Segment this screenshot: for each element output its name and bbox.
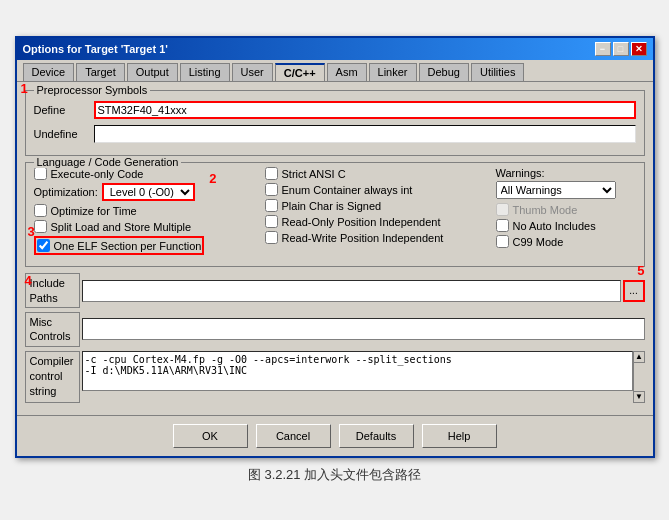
close-button[interactable]: ✕ <box>631 42 647 56</box>
title-bar-buttons: − □ ✕ <box>595 42 647 56</box>
define-input[interactable] <box>94 101 636 119</box>
split-load-label: Split Load and Store Multiple <box>51 221 192 233</box>
tab-listing[interactable]: Listing <box>180 63 230 81</box>
bottom-buttons: OK Cancel Defaults Help <box>17 415 653 456</box>
preprocessor-group: Preprocessor Symbols 1 Define Undefine <box>25 90 645 156</box>
warnings-select[interactable]: All Warnings No Warnings Unspecified <box>496 181 616 199</box>
help-button[interactable]: Help <box>422 424 497 448</box>
strict-ansi-checkbox[interactable] <box>265 167 278 180</box>
execute-only-label: Execute-only Code <box>51 168 144 180</box>
optimization-row: Optimization: Level 0 (-O0) Level 1 (-O1… <box>34 183 257 201</box>
thumb-mode-checkbox[interactable] <box>496 203 509 216</box>
ok-button[interactable]: OK <box>173 424 248 448</box>
split-load-row: Split Load and Store Multiple <box>34 220 257 233</box>
compiler-textarea-wrap: -c -cpu Cortex-M4.fp -g -O0 --apcs=inter… <box>82 351 645 403</box>
main-window: Options for Target 'Target 1' − □ ✕ Devi… <box>15 36 655 457</box>
compiler-control-label: Compiler control string <box>30 354 75 400</box>
define-label: Define <box>34 104 94 116</box>
c99-mode-label: C99 Mode <box>513 236 564 248</box>
tab-utilities[interactable]: Utilities <box>471 63 524 81</box>
plain-char-row: Plain Char is Signed <box>265 199 488 212</box>
readwrite-pos-checkbox[interactable] <box>265 231 278 244</box>
language-group-label: Language / Code Generation <box>34 156 182 168</box>
defaults-button[interactable]: Defaults <box>339 424 414 448</box>
execute-only-checkbox[interactable] <box>34 167 47 180</box>
enum-container-label: Enum Container always int <box>282 184 413 196</box>
warnings-label: Warnings: <box>496 167 636 179</box>
misc-controls-input[interactable] <box>82 318 645 340</box>
tab-output[interactable]: Output <box>127 63 178 81</box>
browse-button[interactable]: ... <box>623 280 645 302</box>
tab-asm[interactable]: Asm <box>327 63 367 81</box>
language-right-col: Warnings: All Warnings No Warnings Unspe… <box>496 167 636 258</box>
optimize-time-checkbox[interactable] <box>34 204 47 217</box>
optimization-label: Optimization: <box>34 186 98 198</box>
include-paths-section: 4 Include Paths 5 ... <box>25 273 645 308</box>
optimize-time-label: Optimize for Time <box>51 205 137 217</box>
tab-debug[interactable]: Debug <box>419 63 469 81</box>
no-auto-includes-row: No Auto Includes <box>496 219 636 232</box>
optimization-select[interactable]: Level 0 (-O0) Level 1 (-O1) Level 2 (-O2… <box>102 183 195 201</box>
tab-linker[interactable]: Linker <box>369 63 417 81</box>
preprocessor-group-label: Preprocessor Symbols <box>34 84 151 96</box>
tab-user[interactable]: User <box>232 63 273 81</box>
thumb-mode-row: Thumb Mode <box>496 203 636 216</box>
badge-4: 4 <box>25 273 32 288</box>
language-left-col: Execute-only Code Optimization: Level 0 … <box>34 167 257 258</box>
figure-caption: 图 3.2.21 加入头文件包含路径 <box>248 466 421 484</box>
c99-mode-row: C99 Mode <box>496 235 636 248</box>
readonly-pos-row: Read-Only Position Independent <box>265 215 488 228</box>
readwrite-pos-row: Read-Write Position Independent <box>265 231 488 244</box>
include-paths-input[interactable] <box>82 280 621 302</box>
define-row: Define <box>34 101 636 119</box>
plain-char-label: Plain Char is Signed <box>282 200 382 212</box>
scroll-up-arrow[interactable]: ▲ <box>633 351 645 363</box>
scrollbar: ▲ ▼ <box>633 351 645 403</box>
optimize-time-row: Optimize for Time <box>34 204 257 217</box>
no-auto-includes-label: No Auto Includes <box>513 220 596 232</box>
thumb-mode-label: Thumb Mode <box>513 204 578 216</box>
compiler-control-section: Compiler control string -c -cpu Cortex-M… <box>25 351 645 403</box>
minimize-button[interactable]: − <box>595 42 611 56</box>
strict-ansi-label: Strict ANSI C <box>282 168 346 180</box>
c99-mode-checkbox[interactable] <box>496 235 509 248</box>
undefine-row: Undefine <box>34 125 636 143</box>
language-group: Language / Code Generation Execute-only … <box>25 162 645 267</box>
readonly-pos-label: Read-Only Position Independent <box>282 216 441 228</box>
tab-target[interactable]: Target <box>76 63 125 81</box>
plain-char-checkbox[interactable] <box>265 199 278 212</box>
badge-5: 5 <box>637 263 644 278</box>
strict-ansi-row: Strict ANSI C <box>265 167 488 180</box>
undefine-label: Undefine <box>34 128 94 140</box>
split-load-checkbox[interactable] <box>34 220 47 233</box>
misc-controls-section: Misc Controls <box>25 312 645 347</box>
tab-content: Preprocessor Symbols 1 Define Undefine L… <box>17 82 653 414</box>
window-title: Options for Target 'Target 1' <box>23 43 168 55</box>
badge-1: 1 <box>21 81 28 96</box>
one-elf-row: One ELF Section per Function 3 <box>34 236 205 255</box>
tab-cpp[interactable]: C/C++ <box>275 63 325 81</box>
language-columns: Execute-only Code Optimization: Level 0 … <box>34 167 636 258</box>
misc-controls-label: Misc Controls <box>30 315 75 344</box>
enum-container-checkbox[interactable] <box>265 183 278 196</box>
title-bar: Options for Target 'Target 1' − □ ✕ <box>17 38 653 60</box>
one-elf-checkbox[interactable] <box>37 239 50 252</box>
compiler-control-textarea[interactable]: -c -cpu Cortex-M4.fp -g -O0 --apcs=inter… <box>82 351 633 391</box>
tab-bar: Device Target Output Listing User C/C++ … <box>17 60 653 82</box>
maximize-button[interactable]: □ <box>613 42 629 56</box>
one-elf-label: One ELF Section per Function <box>54 240 202 252</box>
include-paths-label: Include Paths <box>30 276 75 305</box>
execute-only-row: Execute-only Code <box>34 167 257 180</box>
language-mid-col: Strict ANSI C Enum Container always int … <box>265 167 488 258</box>
enum-container-row: Enum Container always int <box>265 183 488 196</box>
no-auto-includes-checkbox[interactable] <box>496 219 509 232</box>
badge-2: 2 <box>209 171 216 186</box>
readonly-pos-checkbox[interactable] <box>265 215 278 228</box>
readwrite-pos-label: Read-Write Position Independent <box>282 232 444 244</box>
badge-3: 3 <box>28 224 35 239</box>
scroll-down-arrow[interactable]: ▼ <box>633 391 645 403</box>
undefine-input[interactable] <box>94 125 636 143</box>
tab-device[interactable]: Device <box>23 63 75 81</box>
cancel-button[interactable]: Cancel <box>256 424 331 448</box>
